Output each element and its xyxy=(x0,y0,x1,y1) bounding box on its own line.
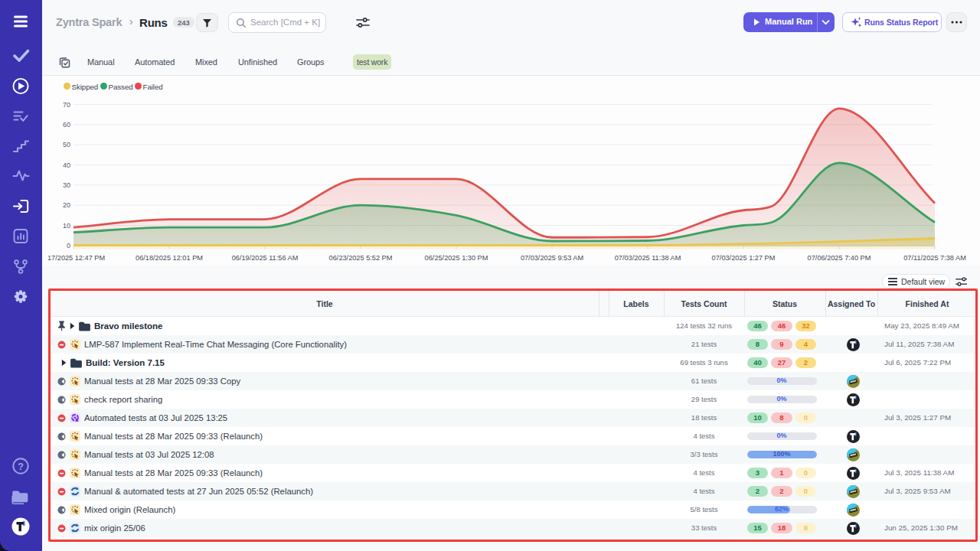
svg-text:60: 60 xyxy=(63,121,70,129)
svg-text:06/19/2025 11:56 AM: 06/19/2025 11:56 AM xyxy=(232,254,299,262)
svg-text:70: 70 xyxy=(63,101,70,109)
svg-text:07/03/2025 11:38 AM: 07/03/2025 11:38 AM xyxy=(615,254,681,262)
svg-text:20: 20 xyxy=(63,201,70,209)
svg-text:07/03/2025 1:27 PM: 07/03/2025 1:27 PM xyxy=(712,254,776,262)
svg-text:10: 10 xyxy=(63,222,70,230)
svg-text:17/2025 12:47 PM: 17/2025 12:47 PM xyxy=(47,254,105,262)
svg-text:?: ? xyxy=(18,461,24,472)
svg-text:0: 0 xyxy=(67,242,70,249)
svg-text:50: 50 xyxy=(63,141,70,148)
svg-text:06/25/2025 1:30 PM: 06/25/2025 1:30 PM xyxy=(425,254,488,262)
svg-text:07/11/2025 7:38 AM: 07/11/2025 7:38 AM xyxy=(903,254,966,262)
svg-text:07/03/2025 9:53 AM: 07/03/2025 9:53 AM xyxy=(521,254,583,262)
svg-text:30: 30 xyxy=(63,181,70,189)
svg-text:40: 40 xyxy=(63,161,70,169)
svg-text:06/18/2025 12:01 PM: 06/18/2025 12:01 PM xyxy=(136,254,203,262)
svg-text:06/23/2025 5:52 PM: 06/23/2025 5:52 PM xyxy=(329,254,393,262)
svg-text:07/06/2025 7:40 PM: 07/06/2025 7:40 PM xyxy=(808,254,871,262)
